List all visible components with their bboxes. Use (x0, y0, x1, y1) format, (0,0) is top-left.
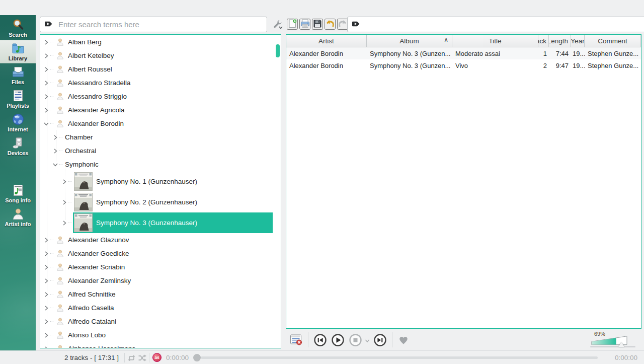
menu-item[interactable] (45, 7, 49, 9)
play-button[interactable] (329, 333, 347, 347)
shuffle-button[interactable] (138, 354, 146, 363)
expander-icon[interactable] (43, 319, 49, 325)
table-column-header[interactable]: Album ∧ (367, 35, 452, 47)
show-playlist-button[interactable] (288, 333, 305, 346)
tree-item[interactable]: Alessandro Stradella (40, 76, 281, 90)
tree-item[interactable]: Albert Ketelbey (40, 49, 281, 62)
volume-handle[interactable] (618, 342, 624, 347)
sidebar-item[interactable]: Song info (0, 182, 36, 205)
tree-item[interactable]: Alexander Scriabin (40, 260, 281, 274)
sidebar-item[interactable]: Files (0, 63, 36, 87)
toolbar-button[interactable] (337, 19, 348, 30)
expander-icon[interactable] (61, 199, 67, 205)
tree-item[interactable]: Alexander Glazunov (40, 233, 281, 247)
tree-item-label: Alfredo Casella (68, 304, 114, 312)
track-cell-length: 7:44 (549, 47, 571, 59)
expander-icon[interactable] (43, 264, 49, 270)
table-column-header[interactable]: Track (538, 35, 549, 47)
redo-icon (338, 19, 348, 28)
expander-icon[interactable] (61, 179, 67, 185)
scrobbler-button[interactable]: as (152, 353, 162, 362)
seek-track[interactable] (201, 356, 598, 359)
separator (308, 332, 308, 347)
expander-icon[interactable] (52, 134, 58, 140)
person-icon (56, 65, 64, 74)
playlist-filter-box[interactable] (347, 17, 644, 32)
menu-item[interactable] (83, 7, 87, 9)
search-box[interactable] (40, 17, 267, 32)
tree-item[interactable]: Alfredo Catalani (40, 315, 281, 328)
tree-item[interactable]: Alphonse Hasselmans (40, 342, 281, 348)
person-icon (56, 92, 64, 101)
tree-item[interactable]: Symphony No. 3 (Gunzenhauser) (40, 212, 281, 233)
person-icon (56, 106, 64, 114)
tree-item[interactable]: Alfredo Casella (40, 301, 281, 315)
previous-button[interactable] (311, 333, 329, 347)
volume-control[interactable]: 69% (590, 330, 636, 349)
expander-icon[interactable] (43, 107, 49, 113)
expander-icon[interactable] (43, 251, 49, 257)
volume-track[interactable] (590, 346, 635, 347)
expander-icon[interactable] (43, 66, 49, 72)
menu-item[interactable] (64, 7, 68, 9)
expander-icon[interactable] (43, 39, 49, 45)
expander-icon[interactable] (43, 53, 49, 59)
tree-item[interactable]: Alexander Goedicke (40, 247, 281, 260)
tree-item[interactable]: Alfred Schnittke (40, 287, 281, 301)
track-row[interactable]: Alexander BorodinSymphony No. 3 (Gunzen.… (286, 47, 641, 59)
expander-icon[interactable] (43, 237, 49, 243)
toolbar-button[interactable] (312, 19, 323, 30)
toolbar-button[interactable] (287, 19, 298, 30)
expander-icon[interactable] (43, 305, 49, 311)
table-column-header[interactable]: Year (571, 35, 585, 47)
advanced-search-button[interactable] (271, 18, 284, 31)
expander-icon[interactable] (43, 121, 49, 127)
tree-item[interactable]: Alexander Agricola (40, 103, 281, 117)
favorite-button[interactable] (395, 334, 412, 346)
tree-item[interactable]: Alexander Zemlinsky (40, 274, 281, 287)
menu-item[interactable] (26, 7, 30, 9)
expander-icon[interactable] (43, 292, 49, 298)
expander-icon[interactable] (43, 346, 49, 349)
tree-item[interactable]: Alexander Borodin (40, 117, 281, 130)
table-column-header[interactable]: Artist (286, 35, 367, 47)
playlist-filter-input[interactable] (364, 20, 644, 29)
toolbar-button[interactable] (325, 19, 336, 30)
menu-item[interactable] (7, 7, 11, 9)
expander-icon[interactable] (43, 94, 49, 100)
stop-options-button[interactable] (364, 338, 370, 345)
stop-button[interactable] (347, 333, 364, 347)
sidebar-item[interactable]: Playlists (0, 87, 36, 111)
sidebar-item[interactable]: Search (0, 16, 36, 40)
tree-item[interactable]: Alonso Lobo (40, 328, 281, 342)
track-row[interactable]: Alexander BorodinSymphony No. 3 (Gunzen.… (286, 59, 641, 71)
tree-item[interactable]: Alessandro Striggio (40, 90, 281, 103)
table-column-header[interactable]: Comment (585, 35, 641, 47)
tree-item[interactable]: Chamber (40, 130, 281, 144)
tree-item[interactable]: Symphony No. 2 (Gunzenhauser) (40, 192, 281, 212)
tree-item[interactable]: Alban Berg (40, 35, 281, 49)
sidebar-item[interactable]: Artist info (0, 205, 36, 229)
tree-item[interactable]: Symphony No. 1 (Gunzenhauser) (40, 171, 281, 192)
tree-item-label: Alessandro Stradella (68, 79, 131, 87)
toolbar-button[interactable] (299, 19, 310, 30)
expander-icon[interactable] (61, 220, 67, 226)
expander-icon[interactable] (43, 80, 49, 86)
expander-icon[interactable] (52, 148, 58, 154)
search-input[interactable] (57, 20, 263, 29)
expander-icon[interactable] (43, 332, 49, 338)
tree-item[interactable]: Symphonic (40, 158, 281, 171)
table-column-header[interactable]: Length (549, 35, 571, 47)
expander-icon[interactable] (43, 278, 49, 284)
expander-icon[interactable] (52, 162, 58, 168)
sidebar-item[interactable]: Devices (0, 134, 36, 158)
sidebar-item[interactable]: Library (0, 40, 36, 63)
sidebar-item[interactable]: Internet (0, 111, 36, 134)
seek-handle[interactable] (193, 354, 201, 361)
tree-item[interactable]: Orchestral (40, 144, 281, 158)
loop-button[interactable] (127, 354, 136, 363)
tree-scrollbar-thumb[interactable] (276, 44, 280, 57)
tree-item[interactable]: Albert Roussel (40, 62, 281, 76)
next-button[interactable] (371, 333, 389, 347)
table-column-header[interactable]: Title (452, 35, 538, 47)
